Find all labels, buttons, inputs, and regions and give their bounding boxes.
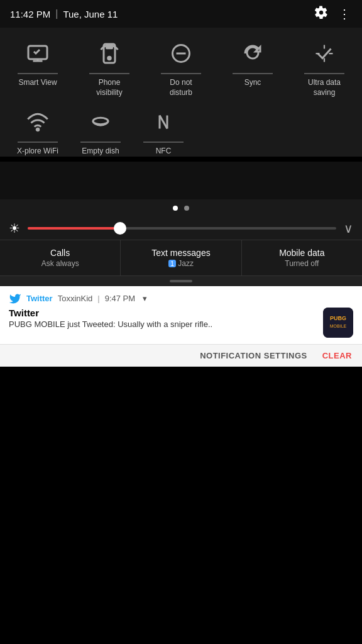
nfc-icon xyxy=(152,111,175,133)
brightness-expand-icon[interactable]: ∨ xyxy=(344,221,353,236)
page-indicators xyxy=(0,199,362,217)
quick-settings-row-2: X-plore WiFi Empty dish NFC xyxy=(6,103,356,157)
qs-empty-dish[interactable]: Empty dish xyxy=(69,103,132,157)
page-dot-2 xyxy=(184,206,189,211)
notification-title: Twitter xyxy=(9,308,317,318)
text-message-badge: 1 xyxy=(168,260,176,267)
nfc-icon-wrap xyxy=(143,103,184,143)
notification-actions: NOTIFICATION SETTINGS CLEAR xyxy=(0,345,362,367)
twitter-logo-icon xyxy=(9,292,21,305)
notification-expand-icon[interactable]: ▾ xyxy=(143,294,147,303)
empty-dish-label: Empty dish xyxy=(82,147,119,157)
ultra-data-saving-label: Ultra datasaving xyxy=(308,78,341,97)
svg-text:MOBILE: MOBILE xyxy=(330,324,347,328)
qs-do-not-disturb[interactable]: Do notdisturb xyxy=(150,34,212,97)
status-item-calls[interactable]: Calls Ask always xyxy=(0,240,120,275)
status-date: Tue, June 11 xyxy=(63,9,118,19)
quick-settings-panel: Smart View Phonevisibility D xyxy=(0,28,362,157)
mobile-data-sub: Turned off xyxy=(285,259,319,268)
drag-handle xyxy=(170,280,192,282)
notification-app-name: Twitter xyxy=(26,294,53,303)
text-messages-label: Text messages xyxy=(151,248,210,258)
status-time: 11:42 PM xyxy=(10,9,50,19)
notification-user: ToxxinKid xyxy=(58,294,93,303)
notification-separator: | xyxy=(97,294,99,303)
xplore-wifi-icon-wrap xyxy=(18,103,58,143)
calls-sub: Ask always xyxy=(41,259,79,268)
smart-view-icon-wrap xyxy=(18,34,58,74)
qs-nfc[interactable]: NFC xyxy=(132,103,195,157)
sync-label: Sync xyxy=(244,78,261,88)
qs-xplore-wifi[interactable]: X-plore WiFi xyxy=(6,103,69,157)
qs-phone-visibility[interactable]: Phonevisibility xyxy=(78,34,141,97)
sync-icon-wrap xyxy=(233,34,273,74)
settings-icon[interactable] xyxy=(314,6,328,22)
status-item-mobile-data[interactable]: Mobile data Turned off xyxy=(242,240,362,275)
notification-settings-button[interactable]: NOTIFICATION SETTINGS xyxy=(200,351,307,360)
svg-rect-8 xyxy=(323,308,353,338)
brightness-fill xyxy=(28,227,120,230)
notification-header: Twitter ToxxinKid | 9:47 PM ▾ xyxy=(9,292,353,305)
brightness-thumb[interactable] xyxy=(114,222,126,235)
handle-bar[interactable] xyxy=(0,276,362,286)
brightness-icon: ☀ xyxy=(9,221,20,236)
phone-visibility-label: Phonevisibility xyxy=(96,78,122,97)
notification-time: 9:47 PM xyxy=(105,294,135,303)
smart-view-icon xyxy=(26,42,49,65)
svg-point-2 xyxy=(108,57,111,60)
ultra-data-saving-icon-wrap xyxy=(304,34,344,74)
twitter-notification[interactable]: Twitter ToxxinKid | 9:47 PM ▾ Twitter PU… xyxy=(0,286,362,345)
brightness-slider[interactable] xyxy=(28,227,336,230)
text-messages-sub: 1Jazz xyxy=(168,259,194,268)
empty-space xyxy=(0,162,362,199)
calls-label: Calls xyxy=(50,248,70,258)
sync-icon xyxy=(241,42,264,65)
clear-button[interactable]: CLEAR xyxy=(322,351,352,360)
status-separator: | xyxy=(55,8,58,19)
more-options-icon[interactable]: ⋮ xyxy=(338,6,352,21)
status-icons: ⋮ xyxy=(314,6,352,22)
phone-visibility-icon xyxy=(98,42,121,65)
wifi-icon xyxy=(26,111,49,133)
empty-dish-icon-wrap xyxy=(80,103,121,143)
page-dot-1 xyxy=(173,206,178,211)
notification-content: Twitter PUBG MOBILE just Tweeted: Usuall… xyxy=(9,308,353,338)
svg-rect-3 xyxy=(107,47,112,48)
svg-text:PUBG: PUBG xyxy=(330,315,346,321)
qs-ultra-data-saving[interactable]: Ultra datasaving xyxy=(293,34,356,97)
svg-point-6 xyxy=(36,128,39,131)
smart-view-label: Smart View xyxy=(18,78,57,88)
status-item-text-messages[interactable]: Text messages 1Jazz xyxy=(120,240,241,275)
text-messages-carrier: Jazz xyxy=(178,259,194,268)
do-not-disturb-icon-wrap xyxy=(161,34,201,74)
bottom-area xyxy=(0,367,362,644)
status-bar: 11:42 PM | Tue, June 11 ⋮ xyxy=(0,0,362,28)
xplore-wifi-label: X-plore WiFi xyxy=(17,147,58,157)
pubg-icon: PUBG MOBILE xyxy=(323,308,353,338)
ultra-data-saving-icon xyxy=(313,42,336,65)
phone-visibility-icon-wrap xyxy=(89,34,129,74)
status-items-bar: Calls Ask always Text messages 1Jazz Mob… xyxy=(0,240,362,276)
nfc-label: NFC xyxy=(156,147,172,157)
quick-settings-row-1: Smart View Phonevisibility D xyxy=(6,34,356,97)
notification-body: PUBG MOBILE just Tweeted: Usually with a… xyxy=(9,319,317,329)
qs-smart-view[interactable]: Smart View xyxy=(6,34,69,97)
notification-area: Twitter ToxxinKid | 9:47 PM ▾ Twitter PU… xyxy=(0,286,362,367)
notification-thumbnail: PUBG MOBILE xyxy=(323,308,353,338)
do-not-disturb-icon xyxy=(170,42,192,65)
qs-sync[interactable]: Sync xyxy=(221,34,284,97)
brightness-bar[interactable]: ☀ ∨ xyxy=(0,217,362,240)
dish-icon xyxy=(89,111,112,133)
notification-text: Twitter PUBG MOBILE just Tweeted: Usuall… xyxy=(9,308,317,329)
do-not-disturb-label: Do notdisturb xyxy=(170,78,192,97)
mobile-data-label: Mobile data xyxy=(279,248,324,258)
